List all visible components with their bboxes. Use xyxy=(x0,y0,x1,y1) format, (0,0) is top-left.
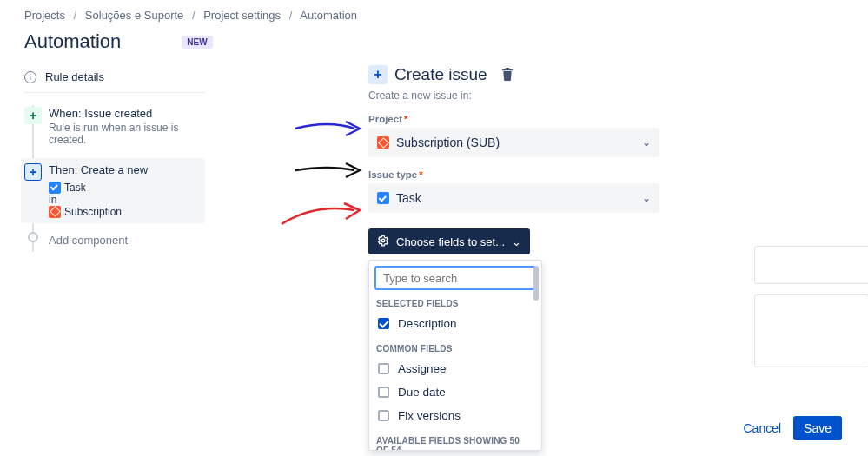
breadcrumb: Projects / Soluções e Suporte / Project … xyxy=(0,0,868,22)
project-chip: Subscription xyxy=(49,206,122,218)
when-node[interactable]: + When: Issue created Rule is run when a… xyxy=(24,102,205,151)
project-label: Project* xyxy=(368,114,868,124)
field-option-assignee[interactable]: Assignee xyxy=(374,357,536,380)
field-option-description[interactable]: Description xyxy=(374,312,536,335)
fields-dropdown: SELECTED FIELDS Description COMMON FIELD… xyxy=(368,260,542,451)
breadcrumb-item[interactable]: Projects xyxy=(24,9,65,22)
issuetype-value: Task xyxy=(396,191,421,205)
component-panel: + Create issue Create a new issue in: Pr… xyxy=(205,65,868,451)
plus-icon: + xyxy=(24,107,42,124)
checkbox-icon xyxy=(378,318,389,329)
chevron-down-icon: ⌄ xyxy=(512,235,521,248)
then-connector: in xyxy=(49,194,205,206)
info-icon: i xyxy=(24,71,36,83)
then-node[interactable]: + Then: Create a new Task in Subscriptio… xyxy=(21,158,205,223)
fields-search-input[interactable] xyxy=(374,266,536,290)
choose-fields-button[interactable]: Choose fields to set... ⌄ xyxy=(368,228,530,254)
checkbox-icon xyxy=(378,410,389,421)
common-fields-header: COMMON FIELDS xyxy=(376,344,534,354)
rule-outline: i Rule details + When: Issue created Rul… xyxy=(0,65,205,252)
cancel-button[interactable]: Cancel xyxy=(743,421,781,435)
new-badge: NEW xyxy=(182,36,212,49)
field-option-duedate[interactable]: Due date xyxy=(374,380,536,404)
panel-subtitle: Create a new issue in: xyxy=(368,89,868,102)
trash-icon[interactable] xyxy=(501,67,514,83)
task-icon xyxy=(49,182,61,194)
page-title: Automation xyxy=(24,30,121,53)
save-button[interactable]: Save xyxy=(793,416,842,440)
gear-icon xyxy=(377,235,389,249)
add-node-icon xyxy=(28,232,38,242)
project-value: Subscription (SUB) xyxy=(396,135,500,149)
field-option-fixversions[interactable]: Fix versions xyxy=(374,404,536,427)
project-icon xyxy=(49,206,61,218)
when-subtitle: Rule is run when an issue is created. xyxy=(49,122,205,146)
checkbox-icon xyxy=(378,387,389,398)
selected-fields-header: SELECTED FIELDS xyxy=(376,299,534,308)
issuetype-select[interactable]: Task ⌄ xyxy=(368,183,659,213)
available-fields-header: AVAILABLE FIELDS SHOWING 50 OF 54 xyxy=(376,436,534,450)
chevron-down-icon: ⌄ xyxy=(642,192,651,204)
breadcrumb-item[interactable]: Soluções e Suporte xyxy=(85,9,183,22)
scrollbar[interactable] xyxy=(533,266,539,301)
issuetype-label: Issue type* xyxy=(368,169,868,180)
issuetype-chip: Task xyxy=(49,182,86,194)
rule-details-link[interactable]: i Rule details xyxy=(24,65,205,93)
panel-title: Create issue xyxy=(394,65,487,84)
breadcrumb-item-current: Automation xyxy=(300,9,357,22)
breadcrumb-item[interactable]: Project settings xyxy=(203,9,281,22)
when-title: When: Issue created xyxy=(49,107,205,120)
then-title: Then: Create a new xyxy=(49,163,205,176)
svg-point-0 xyxy=(381,239,385,242)
add-component-link[interactable]: Add component xyxy=(24,230,205,252)
project-select[interactable]: Subscription (SUB) ⌄ xyxy=(368,128,659,157)
plus-icon: + xyxy=(368,65,388,84)
project-icon xyxy=(377,136,389,149)
content-box xyxy=(754,294,868,367)
checkbox-icon xyxy=(378,363,389,374)
task-icon xyxy=(377,192,389,204)
chevron-down-icon: ⌄ xyxy=(642,136,651,149)
content-box xyxy=(754,246,868,284)
plus-icon: + xyxy=(24,163,42,181)
